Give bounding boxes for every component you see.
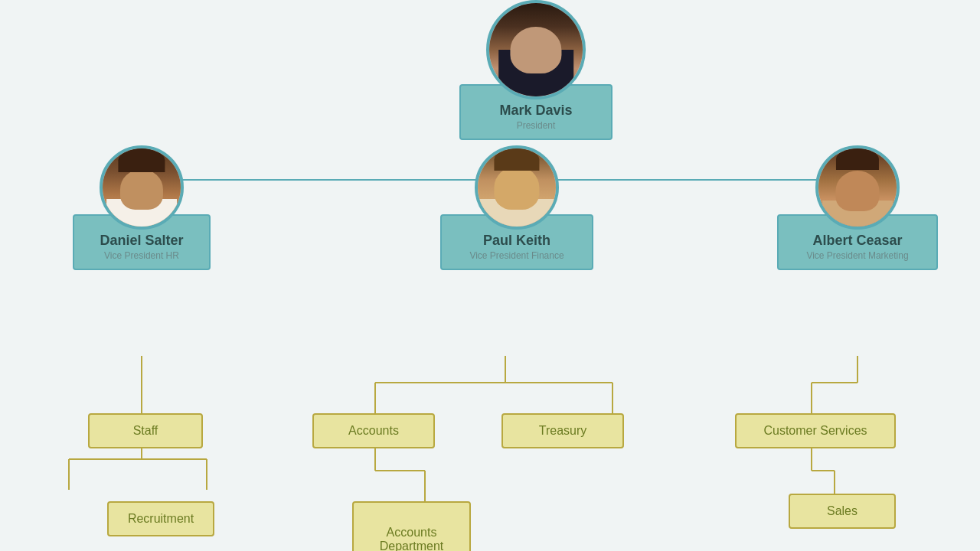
paul-role: Vice President Finance bbox=[454, 250, 580, 261]
dept-customer-services: Customer Services bbox=[735, 413, 896, 448]
dept-sales: Sales bbox=[789, 494, 896, 529]
mark-role: President bbox=[473, 120, 599, 131]
node-paul-keith: Paul Keith Vice President Finance bbox=[440, 145, 593, 270]
dept-staff: Staff bbox=[88, 413, 203, 448]
node-daniel-salter: Daniel Salter Vice President HR bbox=[73, 145, 211, 270]
node-albert-ceasar: Albert Ceasar Vice President Marketing bbox=[777, 145, 938, 270]
paul-name: Paul Keith bbox=[454, 233, 580, 249]
mark-name: Mark Davis bbox=[473, 103, 599, 119]
avatar-paul bbox=[475, 145, 559, 230]
avatar-daniel bbox=[100, 145, 184, 230]
daniel-role: Vice President HR bbox=[87, 250, 197, 261]
avatar-albert bbox=[815, 145, 900, 230]
dept-recruitment: Recruitment bbox=[107, 501, 214, 536]
dept-treasury: Treasury bbox=[501, 413, 624, 448]
org-chart: Mark Davis President Daniel Salter Vice … bbox=[0, 0, 980, 551]
dept-accounts-department: Accounts Department bbox=[352, 501, 471, 551]
daniel-name: Daniel Salter bbox=[87, 233, 197, 249]
dept-accounts: Accounts bbox=[312, 413, 435, 448]
albert-role: Vice President Marketing bbox=[791, 250, 924, 261]
node-mark-davis: Mark Davis President bbox=[459, 0, 612, 140]
albert-name: Albert Ceasar bbox=[791, 233, 924, 249]
avatar-mark bbox=[486, 0, 586, 99]
